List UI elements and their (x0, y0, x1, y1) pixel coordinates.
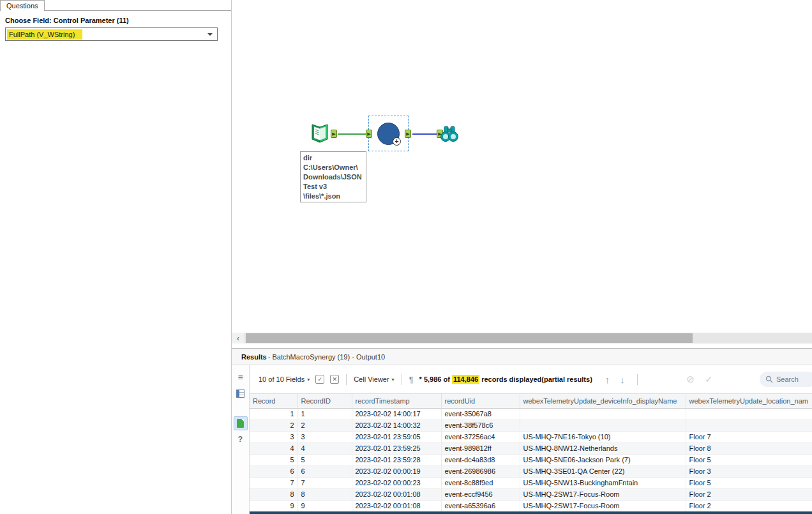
table-cell[interactable]: event-35067a8 (441, 408, 520, 420)
table-row[interactable]: 222023-02-02 14:00:32event-38f578c6 (250, 420, 812, 431)
apply-icon[interactable]: ✓ (705, 374, 713, 385)
down-arrow-icon[interactable]: ↓ (620, 374, 625, 385)
table-cell[interactable]: 2 (297, 420, 352, 431)
table-row[interactable]: 552023-02-01 23:59:28event-dc4a83d8US-MH… (250, 454, 812, 465)
table-cell[interactable]: 4 (250, 442, 297, 454)
directory-output-anchor[interactable]: ▶ (331, 130, 337, 138)
table-cell[interactable]: 8 (250, 488, 297, 500)
table-cell[interactable] (520, 408, 686, 420)
table-cell[interactable]: Floor 5 (686, 454, 812, 465)
table-cell[interactable]: 7 (297, 477, 352, 488)
tool-annotation[interactable]: dirC:\Users\Owner\Downloads\JSONTest v3\… (300, 151, 366, 202)
table-cell[interactable]: 5 (297, 454, 352, 465)
table-cell[interactable]: event-dc4a83d8 (441, 454, 520, 465)
table-cell[interactable]: event-37256ac4 (441, 431, 520, 442)
select-all-fields-button[interactable]: ✓ (315, 375, 324, 384)
table-cell[interactable] (686, 408, 812, 420)
table-cell[interactable]: event-a65396a6 (441, 500, 520, 511)
data-view-icon[interactable] (234, 416, 248, 430)
table-cell[interactable] (686, 420, 812, 431)
table-cell[interactable]: 2023-02-02 14:00:32 (352, 420, 441, 431)
table-cell[interactable]: 3 (297, 431, 352, 442)
table-cell[interactable]: 8 (297, 488, 352, 500)
browse-tool[interactable] (439, 123, 460, 144)
tab-questions[interactable]: Questions (0, 0, 45, 11)
table-cell[interactable]: 1 (250, 408, 297, 420)
table-cell[interactable]: US-MHQ-3SE01-QA Center (22) (520, 465, 686, 477)
connection-directory-to-macro[interactable] (338, 133, 368, 135)
table-cell[interactable] (520, 420, 686, 431)
table-cell[interactable]: 2023-02-01 23:59:28 (352, 454, 441, 465)
column-header[interactable]: recordTimestamp (352, 394, 441, 408)
search-input[interactable] (776, 375, 809, 383)
table-cell[interactable]: 9 (250, 500, 297, 511)
table-cell[interactable]: 9 (297, 500, 352, 511)
table-cell[interactable]: event-eccf9456 (441, 488, 520, 500)
table-row[interactable]: 332023-02-01 23:59:05event-37256ac4US-MH… (250, 431, 812, 442)
connection-macro-to-browse[interactable] (412, 133, 437, 135)
column-header[interactable]: webexTelemetryUpdate_location_nam (686, 394, 812, 408)
column-header[interactable]: webexTelemetryUpdate_deviceInfo_displayN… (520, 394, 686, 408)
table-cell[interactable]: 7 (250, 477, 297, 488)
table-row[interactable]: 442023-02-01 23:59:25event-989812ffUS-MH… (250, 442, 812, 454)
search-box[interactable] (760, 372, 812, 387)
column-header[interactable]: RecordID (297, 394, 352, 408)
table-cell[interactable]: US-MHQ-2SW17-Focus-Room (520, 500, 686, 511)
table-cell[interactable]: event-38f578c6 (441, 420, 520, 431)
macro-output-anchor[interactable]: ▶ (405, 130, 411, 138)
table-cell[interactable]: 2023-02-01 23:59:05 (352, 431, 441, 442)
partial-row-selected[interactable] (250, 511, 812, 514)
config-list-icon[interactable]: ≡ (234, 370, 248, 384)
cell-viewer-dropdown[interactable]: Cell Viewer ▾ (354, 375, 394, 383)
table-cell[interactable]: 2023-02-02 14:00:17 (352, 408, 441, 420)
table-cell[interactable]: 6 (250, 465, 297, 477)
table-cell[interactable]: US-MHQ-7NE16-Tokyo (10) (520, 431, 686, 442)
table-cell[interactable]: 1 (297, 408, 352, 420)
scroll-left-button[interactable]: ‹ (232, 333, 245, 344)
workflow-canvas[interactable]: ▶ ▶ + ▶ ▶ dirC:\Users\Owner\Downloads\JS… (232, 0, 812, 333)
table-cell[interactable]: Floor 2 (686, 488, 812, 500)
up-arrow-icon[interactable]: ↑ (605, 374, 610, 385)
table-cell[interactable]: event-26986986 (441, 465, 520, 477)
table-cell[interactable]: 3 (250, 431, 297, 442)
table-row[interactable]: 112023-02-02 14:00:17event-35067a8 (250, 408, 812, 420)
scrollbar-track[interactable] (245, 333, 812, 344)
table-cell[interactable]: 2023-02-02 00:01:08 (352, 488, 441, 500)
table-row[interactable]: 772023-02-02 00:00:23event-8c88f9edUS-MH… (250, 477, 812, 488)
whitespace-toggle-icon[interactable]: ¶ (409, 375, 414, 384)
table-cell[interactable]: US-MHQ-8NW12-Netherlands (520, 442, 686, 454)
table-cell[interactable]: 2023-02-02 00:00:23 (352, 477, 441, 488)
directory-tool[interactable] (310, 123, 330, 144)
table-row[interactable]: 882023-02-02 00:01:08event-eccf9456US-MH… (250, 488, 812, 500)
profile-icon[interactable] (234, 386, 248, 400)
table-cell[interactable]: 4 (297, 442, 352, 454)
fields-dropdown[interactable]: 10 of 10 Fields ▾ (259, 375, 310, 383)
table-cell[interactable]: Floor 5 (686, 477, 812, 488)
table-cell[interactable]: 2 (250, 420, 297, 431)
scrollbar-thumb[interactable] (246, 333, 693, 343)
table-cell[interactable]: event-8c88f9ed (441, 477, 520, 488)
table-cell[interactable]: US-MHQ-2SW17-Focus-Room (520, 488, 686, 500)
table-row[interactable]: 662023-02-02 00:00:19event-26986986US-MH… (250, 465, 812, 477)
table-cell[interactable]: event-989812ff (441, 442, 520, 454)
help-icon[interactable]: ? (234, 432, 248, 446)
cancel-icon[interactable]: ⊘ (686, 374, 695, 385)
table-cell[interactable]: Floor 3 (686, 465, 812, 477)
table-cell[interactable]: US-MHQ-5NW13-BuckinghamFntain (520, 477, 686, 488)
table-cell[interactable]: Floor 8 (686, 442, 812, 454)
table-cell[interactable]: Floor 7 (686, 431, 812, 442)
field-dropdown[interactable]: FullPath (V_WString) (5, 27, 218, 41)
table-cell[interactable]: 5 (250, 454, 297, 465)
column-header[interactable]: Record (250, 394, 297, 408)
deselect-all-fields-button[interactable]: ✕ (330, 375, 339, 384)
table-cell[interactable]: 2023-02-02 00:00:19 (352, 465, 441, 477)
table-cell[interactable]: US-MHQ-5NE06-Jackson Park (7) (520, 454, 686, 465)
table-cell[interactable]: 2023-02-01 23:59:25 (352, 442, 441, 454)
table-cell[interactable]: 2023-02-02 00:01:08 (352, 500, 441, 511)
column-header[interactable]: recordUid (441, 394, 520, 408)
horizontal-scrollbar[interactable]: ‹ (232, 333, 812, 344)
table-row[interactable]: 992023-02-02 00:01:08event-a65396a6US-MH… (250, 500, 812, 511)
table-cell[interactable]: 6 (297, 465, 352, 477)
macro-input-anchor[interactable]: ▶ (366, 130, 372, 138)
table-cell[interactable]: Floor 2 (686, 500, 812, 511)
